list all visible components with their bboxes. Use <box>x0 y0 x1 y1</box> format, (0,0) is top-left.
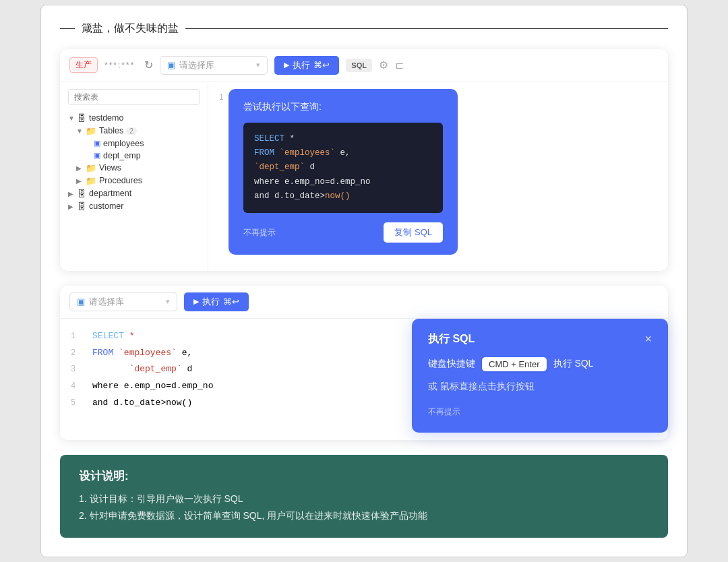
kbd-shortcut: CMD + Enter <box>482 357 547 371</box>
sql-code-block: SELECT * FROM `employees` e, `dept_emp` … <box>243 123 443 213</box>
procedures-label: Procedures <box>99 176 142 185</box>
chevron-down-icon: ▾ <box>256 61 260 69</box>
expand-icon2: ▶ <box>76 164 83 172</box>
card2-db-placeholder: 请选择库 <box>89 296 124 308</box>
views-label: Views <box>99 163 121 173</box>
card2-execute-shortcut: ⌘↩ <box>223 296 239 307</box>
table-dept-emp-label: dept_emp <box>103 151 141 160</box>
exec-popup-title: 执行 SQL <box>428 332 475 346</box>
copy-sql-button[interactable]: 复制 SQL <box>384 222 443 243</box>
db-folder-icon: 🗄 <box>78 113 86 123</box>
table-employees-label: employees <box>103 139 144 148</box>
line-number-1: 1 <box>219 92 224 102</box>
tree-root[interactable]: ▼ 🗄 testdemo <box>68 112 200 125</box>
line-num-2: 2 <box>71 346 84 361</box>
tree-root-label: testdemo <box>89 113 123 123</box>
tree-views[interactable]: ▶ 📁 Views <box>68 162 200 175</box>
execute-shortcut: ⌘↩ <box>313 60 330 70</box>
cust-db-icon: 🗄 <box>78 201 86 212</box>
line-num-3: 3 <box>71 362 84 377</box>
db-icon2: ▣ <box>77 296 85 307</box>
tables-count: 2 <box>126 127 137 135</box>
card2-top-bar: ▣ 请选择库 ▾ ▶ 执行 ⌘↩ <box>60 286 668 319</box>
action-label: 执行 SQL <box>553 358 594 370</box>
search-input[interactable] <box>68 89 200 105</box>
expand-icon5: ▶ <box>68 203 75 210</box>
exec-popup-footer: 不再提示 <box>428 405 652 418</box>
card2: ▣ 请选择库 ▾ ▶ 执行 ⌘↩ 1 SELECT * 2 FROM `empl… <box>60 286 668 440</box>
procedures-folder-icon: 📁 <box>86 176 96 186</box>
tooltip-footer: 不再提示 复制 SQL <box>243 222 443 243</box>
main-container: 箴盐，做不失味的盐 生产 ***:*** ↻ ▣ 请选择库 ▾ ▶ 执行 ⌘↩ … <box>40 5 688 557</box>
mouse-hint: 鼠标直接点击执行按钮 <box>440 381 535 392</box>
card1: 生产 ***:*** ↻ ▣ 请选择库 ▾ ▶ 执行 ⌘↩ SQL ⚙ ⊏ <box>60 49 668 271</box>
db-select[interactable]: ▣ 请选择库 ▾ <box>160 56 268 75</box>
no-remind-text[interactable]: 不再提示 <box>243 227 276 239</box>
expand-icon4: ▶ <box>68 190 75 197</box>
card2-body: 1 SELECT * 2 FROM `employees` e, 3 `dept… <box>60 319 668 440</box>
tables-label: Tables <box>99 126 123 135</box>
table-icon2: ▣ <box>94 151 100 160</box>
tree-sidebar: ▼ 🗄 testdemo ▼ 📁 Tables 2 ▶ ▣ employees … <box>60 82 208 271</box>
design-note-item1: 1. 设计目标：引导用户做一次执行 SQL <box>79 491 649 507</box>
design-note-item2: 2. 针对申请免费数据源，设计简单查询 SQL, 用户可以在进来时就快速体验产品… <box>79 507 649 524</box>
title-line-right <box>185 28 668 30</box>
filter-icon[interactable]: ⚙ <box>379 59 388 71</box>
code-line-4-text: where e.emp_no=d.emp_no <box>92 378 213 395</box>
sql-area: 1 尝试执行以下查询: SELECT * FROM `employees` e,… <box>208 82 668 271</box>
refresh-icon[interactable]: ↻ <box>144 59 153 71</box>
design-note: 设计说明: 1. 设计目标：引导用户做一次执行 SQL 2. 针对申请免费数据源… <box>60 455 668 538</box>
more-icon[interactable]: ⊏ <box>395 59 404 71</box>
shortcut-label: 键盘快捷键 <box>428 358 475 370</box>
tree-employees[interactable]: ▶ ▣ employees <box>68 137 200 150</box>
execute-sql-popup: 执行 SQL × 键盘快捷键 CMD + Enter 执行 SQL 或 鼠标直接… <box>412 319 668 433</box>
tree-customer[interactable]: ▶ 🗄 customer <box>68 200 200 213</box>
play-icon: ▶ <box>284 61 289 69</box>
db-icon: ▣ <box>167 60 175 70</box>
tooltip-title: 尝试执行以下查询: <box>243 101 443 113</box>
tree-tables[interactable]: ▼ 📁 Tables 2 <box>68 125 200 137</box>
mouse-row: 或 鼠标直接点击执行按钮 <box>428 381 652 393</box>
table-icon: ▣ <box>94 139 100 148</box>
execute-label: 执行 <box>293 59 310 71</box>
expand-icon3: ▶ <box>76 177 83 185</box>
or-text: 或 <box>428 381 437 392</box>
close-popup-button[interactable]: × <box>644 332 652 346</box>
page-title: 箴盐，做不失味的盐 <box>82 22 179 36</box>
tree-department[interactable]: ▶ 🗄 department <box>68 187 200 200</box>
shortcut-row: 键盘快捷键 CMD + Enter 执行 SQL <box>428 357 652 371</box>
line-num-4: 4 <box>71 379 84 394</box>
views-folder-icon: 📁 <box>86 163 96 173</box>
env-badge: 生产 <box>69 57 98 73</box>
expand-icon: ▼ <box>68 115 75 122</box>
query-tooltip: 尝试执行以下查询: SELECT * FROM `employees` e, `… <box>229 89 458 255</box>
card2-execute-label: 执行 <box>202 296 220 308</box>
line-num-1: 1 <box>71 329 84 344</box>
sql-icon-button[interactable]: SQL <box>346 59 372 72</box>
exec-popup-header: 执行 SQL × <box>428 332 652 346</box>
code-line-5-text: and d.to_date>now() <box>92 395 192 412</box>
dept-db-icon: 🗄 <box>78 189 86 199</box>
exec-no-remind[interactable]: 不再提示 <box>428 407 460 416</box>
design-note-title: 设计说明: <box>79 468 649 484</box>
page-title-bar: 箴盐，做不失味的盐 <box>60 22 668 36</box>
tables-folder-icon: 📁 <box>86 126 96 136</box>
tree-dept-emp[interactable]: ▶ ▣ dept_emp <box>68 150 200 162</box>
card2-db-select[interactable]: ▣ 请选择库 ▾ <box>69 292 177 311</box>
title-line-left <box>60 28 75 30</box>
env-stars: ***:*** <box>104 61 135 70</box>
card2-execute-button[interactable]: ▶ 执行 ⌘↩ <box>184 292 249 311</box>
db-placeholder: 请选择库 <box>179 59 214 71</box>
dept-label: department <box>89 189 131 198</box>
play-icon2: ▶ <box>193 297 199 306</box>
chevron-down-icon2: ▾ <box>166 297 170 306</box>
card1-top-bar: 生产 ***:*** ↻ ▣ 请选择库 ▾ ▶ 执行 ⌘↩ SQL ⚙ ⊏ <box>60 49 668 82</box>
execute-button[interactable]: ▶ 执行 ⌘↩ <box>274 56 339 75</box>
line-num-5: 5 <box>71 396 84 411</box>
cust-label: customer <box>89 201 123 211</box>
card1-body: ▼ 🗄 testdemo ▼ 📁 Tables 2 ▶ ▣ employees … <box>60 82 668 271</box>
tree-procedures[interactable]: ▶ 📁 Procedures <box>68 175 200 187</box>
expand-icon: ▼ <box>76 127 83 135</box>
